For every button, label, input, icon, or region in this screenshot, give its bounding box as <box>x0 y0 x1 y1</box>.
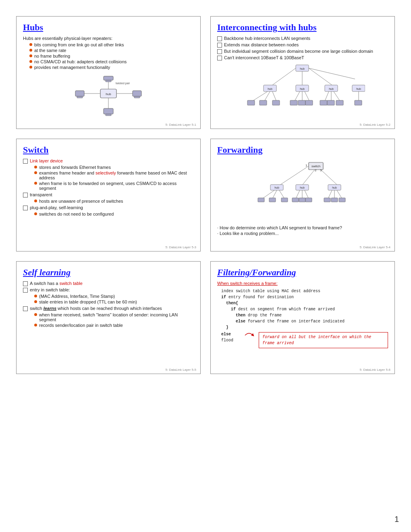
interconnect-diagram: hub hub hub hub <box>217 63 388 111</box>
svg-rect-80 <box>339 198 345 202</box>
svg-rect-42 <box>327 100 334 105</box>
switch-sub-3: when frame is to be forwarded on segment… <box>23 181 194 191</box>
hubs-intro: Hubs are essentially physical-layer repe… <box>23 36 194 41</box>
slide-hubs-body: Hubs are essentially physical-layer repe… <box>23 36 194 116</box>
slide-forwarding-title: Forwarding <box>217 145 388 155</box>
svg-text:hub: hub <box>106 92 111 96</box>
svg-rect-31 <box>272 100 280 105</box>
bullet-dot <box>29 66 32 69</box>
bullet-square <box>217 49 222 54</box>
svg-line-17 <box>272 68 296 85</box>
bullet-dot <box>34 324 37 326</box>
hubs-bullet-4: no CSMA/CD at hub: adapters detect colli… <box>23 59 194 64</box>
bullet-square <box>23 288 28 293</box>
hubs-bullet-5: provides net management functionality <box>23 65 194 70</box>
filtering-subtitle: When switch receives a frame: <box>217 281 388 286</box>
switch-bullet-transparent: transparent <box>23 192 194 197</box>
svg-line-28 <box>272 91 276 101</box>
bullet-square <box>23 193 28 197</box>
svg-text:hub: hub <box>329 87 334 90</box>
svg-line-64 <box>272 190 277 199</box>
svg-text:switch: switch <box>311 164 320 168</box>
sl-bullet-1: A switch has a switch table <box>23 281 194 286</box>
svg-rect-43 <box>336 100 343 105</box>
sl-sub-2: stale entries in table dropped (TTL can … <box>23 299 194 304</box>
svg-rect-67 <box>269 198 276 202</box>
forwarding-note2: · Looks like a routing problem... <box>217 231 388 236</box>
svg-text:hub: hub <box>300 87 305 90</box>
sl-footer: 5: DataLink Layer 5-5 <box>166 368 197 372</box>
svg-rect-7 <box>104 76 113 80</box>
svg-rect-13 <box>104 108 113 114</box>
svg-text:hub: hub <box>356 87 361 90</box>
svg-rect-72 <box>292 198 299 202</box>
slide-hubs: Hubs Hubs are essentially physical-layer… <box>16 16 201 129</box>
svg-text:2: 2 <box>315 168 317 172</box>
forwarding-diagram: switch 1 2 3 hub hub <box>217 158 388 223</box>
svg-rect-10 <box>77 96 83 98</box>
bullet-dot <box>34 171 37 174</box>
svg-line-63 <box>262 190 274 199</box>
svg-rect-78 <box>324 198 330 202</box>
svg-rect-35 <box>290 100 297 105</box>
svg-rect-9 <box>75 91 84 96</box>
bullet-dot <box>34 182 37 185</box>
svg-line-71 <box>305 190 309 199</box>
svg-text:hub: hub <box>332 186 337 189</box>
svg-rect-41 <box>320 100 327 105</box>
slide-interconnecting: Interconnecting with hubs Backbone hub i… <box>210 16 395 129</box>
bullet-square <box>23 206 28 210</box>
bullet-dot <box>34 313 37 316</box>
svg-line-38 <box>325 91 329 101</box>
slide-interconnecting-title: Interconnecting with hubs <box>217 22 388 33</box>
svg-text:hub: hub <box>274 186 279 189</box>
hubs-bullet-1: bits coming from one link go out all oth… <box>23 42 194 47</box>
bullet-dot <box>34 200 37 202</box>
slide-self-learning-title: Self learning <box>23 267 194 278</box>
slide-self-learning-body: A switch has a switch table entry in swi… <box>23 281 194 328</box>
bullet-square <box>23 159 28 164</box>
slide-switch: Switch Link layer device stores and forw… <box>16 139 201 251</box>
sl-sub-3: when frame received, switch "learns" loc… <box>23 312 194 322</box>
switch-sub-2: examines frame header and selectively fo… <box>23 170 194 180</box>
interconnect-bullet-2: Extends max distance between nodes <box>217 42 388 48</box>
svg-rect-29 <box>247 100 255 105</box>
slide-filtering-body: When switch receives a frame: index swit… <box>217 281 388 348</box>
bullet-square <box>217 43 222 48</box>
svg-rect-48 <box>355 100 362 105</box>
bullet-dot <box>34 300 37 303</box>
svg-line-54 <box>280 166 309 185</box>
filtering-footer: 5: DataLink Layer 5-6 <box>360 368 391 372</box>
svg-rect-30 <box>259 100 267 105</box>
svg-rect-11 <box>133 91 141 96</box>
bullet-square <box>217 36 222 41</box>
switch-sub-4: hosts are unaware of presence of switche… <box>23 199 194 204</box>
bullet-dot <box>34 295 37 297</box>
flood-note: forward on all but the interface on whic… <box>259 332 388 348</box>
slide-switch-body: Link layer device stores and forwards Et… <box>23 158 194 216</box>
hubs-bullet-2: at the same rate <box>23 48 194 53</box>
svg-line-77 <box>337 190 342 199</box>
switch-bullet-plug: plug-and-play, self-learning <box>23 205 194 210</box>
svg-text:hub: hub <box>300 67 305 70</box>
svg-rect-12 <box>134 96 140 98</box>
interconnect-bullet-3: But individual segment collision domains… <box>217 49 388 54</box>
bullet-square <box>217 56 222 60</box>
svg-text:hub: hub <box>300 186 305 189</box>
svg-rect-14 <box>106 114 111 116</box>
sl-sub-1: (MAC Address, Interface, Time Stamp) <box>23 294 194 299</box>
forwarding-note1: · How do determine onto which LAN segmen… <box>217 225 388 230</box>
sl-bullet-2: entry in switch table: <box>23 287 194 293</box>
interconnect-footer: 5: DataLink Layer 5-2 <box>360 123 391 127</box>
hubs-footer: 5: DataLink Layer 5-1 <box>166 123 197 127</box>
slide-self-learning: Self learning A switch has a switch tabl… <box>16 261 201 374</box>
svg-line-55 <box>303 170 315 185</box>
slide-hubs-title: Hubs <box>23 22 194 33</box>
svg-rect-68 <box>281 198 288 202</box>
svg-line-34 <box>305 91 309 101</box>
svg-line-32 <box>295 91 300 101</box>
svg-rect-36 <box>298 100 305 105</box>
svg-text:twisted pair: twisted pair <box>116 82 130 85</box>
slide-filtering-title: Filtering/Forwarding <box>217 267 388 278</box>
bullet-dot <box>29 54 32 57</box>
